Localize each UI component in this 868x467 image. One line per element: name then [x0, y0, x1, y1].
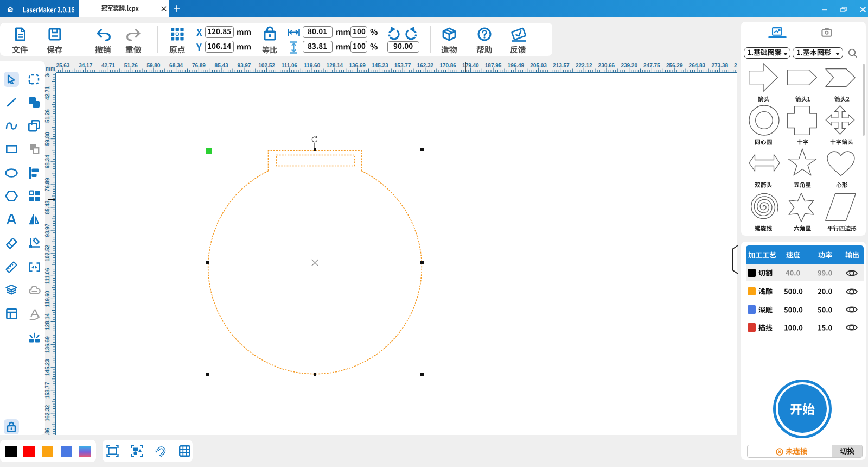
svg-text:187.95: 187.95: [485, 62, 502, 68]
svg-text:153.77: 153.77: [44, 382, 50, 399]
svg-text:93.97: 93.97: [44, 223, 50, 237]
svg-text:256.29: 256.29: [666, 62, 683, 68]
svg-text:170.86: 170.86: [44, 427, 50, 435]
svg-text:85.43: 85.43: [44, 200, 50, 214]
svg-text:222.12: 222.12: [576, 62, 592, 68]
svg-text:162.32: 162.32: [44, 405, 50, 421]
svg-text:273.38: 273.38: [711, 62, 728, 68]
svg-text:170.86: 170.86: [439, 62, 456, 68]
svg-text:196.49: 196.49: [508, 62, 525, 68]
svg-text:76.89: 76.89: [44, 178, 50, 191]
svg-text:34.17: 34.17: [79, 62, 92, 68]
svg-text:76.89: 76.89: [192, 62, 206, 68]
svg-text:119.60: 119.60: [44, 291, 50, 307]
svg-text:136.69: 136.69: [44, 336, 50, 353]
svg-text:179.40: 179.40: [462, 62, 479, 68]
svg-text:51.26: 51.26: [44, 109, 50, 123]
svg-text:264.83: 264.83: [689, 62, 706, 68]
svg-text:59.80: 59.80: [44, 132, 50, 146]
svg-text:42.71: 42.71: [101, 62, 115, 68]
svg-text:111.06: 111.06: [282, 62, 298, 68]
svg-text:205.03: 205.03: [530, 62, 547, 68]
svg-text:102.52: 102.52: [44, 244, 50, 261]
svg-text:136.69: 136.69: [349, 62, 366, 68]
svg-text:145.23: 145.23: [44, 359, 50, 376]
svg-text:145.23: 145.23: [372, 62, 388, 68]
svg-text:51.26: 51.26: [124, 62, 138, 68]
svg-text:239.20: 239.20: [621, 62, 637, 68]
svg-text:59.80: 59.80: [146, 62, 160, 68]
svg-text:102.52: 102.52: [258, 62, 275, 68]
svg-text:85.43: 85.43: [215, 62, 228, 68]
svg-text:230.66: 230.66: [598, 62, 615, 68]
svg-text:162.32: 162.32: [417, 62, 434, 68]
svg-text:25.63: 25.63: [56, 62, 69, 68]
svg-text:281.92: 281.92: [734, 62, 737, 68]
svg-text:93.97: 93.97: [237, 62, 251, 68]
svg-text:42.71: 42.71: [44, 86, 50, 100]
svg-text:128.14: 128.14: [44, 313, 50, 330]
svg-text:68.34: 68.34: [169, 62, 183, 68]
svg-text:34.17: 34.17: [44, 73, 50, 77]
svg-text:213.57: 213.57: [553, 62, 570, 68]
svg-text:111.06: 111.06: [44, 268, 50, 284]
svg-text:119.60: 119.60: [304, 62, 320, 68]
svg-text:247.75: 247.75: [643, 62, 660, 68]
svg-text:mm: mm: [46, 66, 55, 72]
svg-text:68.34: 68.34: [44, 155, 50, 168]
svg-text:153.77: 153.77: [394, 62, 411, 68]
svg-text:128.14: 128.14: [327, 62, 343, 68]
